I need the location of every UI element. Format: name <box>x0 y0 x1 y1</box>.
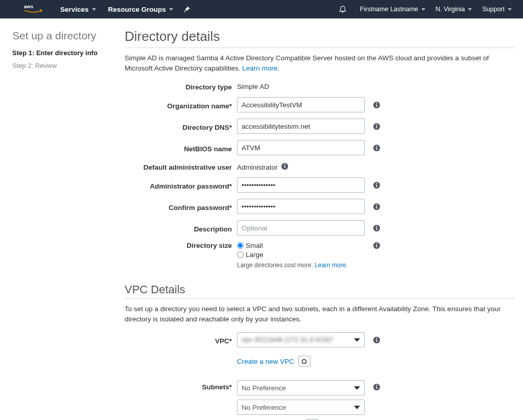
org-name-input[interactable] <box>237 97 365 112</box>
label-directory-type: Directory type <box>125 81 237 91</box>
nav-support[interactable]: Support <box>482 6 512 13</box>
nav-support-label: Support <box>482 6 505 13</box>
learn-more-link[interactable]: Learn more <box>242 64 277 72</box>
svg-point-18 <box>376 204 377 205</box>
label-description: Description <box>125 223 237 233</box>
svg-point-21 <box>376 226 377 227</box>
svg-rect-14 <box>376 184 377 187</box>
value-directory-type: Simple AD <box>237 81 269 90</box>
info-icon[interactable] <box>281 162 289 170</box>
label-org-name: Organization name* <box>125 100 237 110</box>
svg-point-24 <box>376 243 377 244</box>
size-note: Large directories cost more. Learn more. <box>237 262 370 269</box>
svg-point-27 <box>376 338 377 339</box>
nav-region-label: N. Virginia <box>436 6 465 13</box>
refresh-vpc-button[interactable] <box>298 356 311 367</box>
description-input[interactable] <box>237 220 365 236</box>
admin-pass-input[interactable] <box>237 177 365 193</box>
vpc-intro: To set up a directory you need to select… <box>125 304 515 324</box>
svg-point-30 <box>376 385 377 386</box>
chevron-down-icon <box>169 8 173 11</box>
svg-rect-2 <box>376 104 377 107</box>
nav-region[interactable]: N. Virginia <box>436 6 472 13</box>
nav-services[interactable]: Services <box>60 6 96 13</box>
label-dir-size: Directory size <box>125 242 237 249</box>
radio-small-input[interactable] <box>237 242 244 249</box>
sidebar-step-1[interactable]: Step 1: Enter directory info <box>12 49 112 57</box>
info-icon[interactable] <box>373 181 381 189</box>
subnet2-value: No Preference <box>242 404 286 411</box>
chevron-down-icon <box>92 8 96 11</box>
chevron-down-icon <box>354 406 360 409</box>
label-dns: Directory DNS* <box>125 122 237 131</box>
aws-logo[interactable]: aws <box>23 4 43 15</box>
radio-large-input[interactable] <box>237 251 244 258</box>
info-icon[interactable] <box>373 336 381 344</box>
dns-input[interactable] <box>237 119 365 134</box>
vpc-heading: VPC Details <box>125 283 515 296</box>
svg-point-12 <box>284 164 285 165</box>
nav-resource-groups-label: Resource Groups <box>108 6 166 13</box>
chevron-down-icon <box>468 8 472 11</box>
info-icon[interactable] <box>373 203 381 211</box>
nav-services-label: Services <box>60 6 89 13</box>
notifications-icon[interactable] <box>339 5 347 13</box>
chevron-down-icon <box>421 8 425 11</box>
svg-rect-23 <box>376 245 377 248</box>
chevron-down-icon <box>354 338 360 342</box>
svg-point-9 <box>376 146 377 147</box>
radio-large[interactable]: Large <box>237 251 370 259</box>
netbios-input[interactable] <box>237 140 365 155</box>
nav-resource-groups[interactable]: Resource Groups <box>108 6 173 13</box>
nav-user-label: Firstname Lastname <box>360 6 418 13</box>
vpc-select-value: vpc-3f112e48 (172.31.0.0/16)* <box>242 336 334 343</box>
value-admin-user: Administrator <box>237 161 278 171</box>
main-content: Directory details Simple AD is managed S… <box>116 29 515 420</box>
label-netbios: NetBIOS name <box>125 143 237 153</box>
page-title: Directory details <box>125 29 515 44</box>
label-subnets: Subnets* <box>125 380 237 391</box>
sidebar-title: Set up a directory <box>12 30 112 42</box>
divider <box>125 48 515 48</box>
info-icon[interactable] <box>373 224 381 232</box>
svg-point-15 <box>376 183 377 184</box>
sidebar: Set up a directory Step 1: Enter directo… <box>8 29 116 420</box>
pin-icon[interactable] <box>183 6 191 13</box>
svg-rect-11 <box>284 166 285 169</box>
svg-rect-29 <box>376 387 377 389</box>
chevron-down-icon <box>508 8 512 11</box>
vpc-select[interactable]: vpc-3f112e48 (172.31.0.0/16)* <box>237 332 365 347</box>
top-nav: aws Services Resource Groups Firstname L… <box>0 0 523 18</box>
svg-rect-5 <box>376 126 377 128</box>
create-vpc-link[interactable]: Create a new VPC <box>237 358 294 365</box>
subnet1-value: No Preference <box>242 384 286 392</box>
info-icon[interactable] <box>373 123 381 130</box>
label-confirm-pass: Confirm password* <box>125 202 237 212</box>
label-vpc: VPC* <box>125 335 237 345</box>
svg-rect-8 <box>376 147 377 150</box>
label-admin-user: Default administrative user <box>125 161 237 171</box>
svg-point-6 <box>376 124 377 125</box>
svg-rect-26 <box>376 339 377 342</box>
intro-text: Simple AD is managed Samba 4 Active Dire… <box>125 53 515 73</box>
confirm-pass-input[interactable] <box>237 199 365 214</box>
nav-user[interactable]: Firstname Lastname <box>360 6 425 13</box>
radio-small[interactable]: Small <box>237 242 370 249</box>
divider <box>125 298 515 299</box>
size-learn-more-link[interactable]: Learn more <box>315 262 346 269</box>
sidebar-step-2[interactable]: Step 2: Review <box>12 62 112 69</box>
info-icon[interactable] <box>373 144 381 152</box>
subnet1-select[interactable]: No Preference <box>237 380 365 395</box>
label-admin-pass: Administrator password* <box>125 180 237 190</box>
svg-text:aws: aws <box>24 4 34 9</box>
svg-rect-17 <box>376 206 377 208</box>
info-icon[interactable] <box>373 101 381 109</box>
svg-point-3 <box>376 103 377 104</box>
info-icon[interactable] <box>373 383 381 391</box>
subnet2-select[interactable]: No Preference <box>237 400 365 415</box>
chevron-down-icon <box>354 386 360 390</box>
info-icon[interactable] <box>373 242 381 249</box>
svg-rect-20 <box>376 227 377 230</box>
